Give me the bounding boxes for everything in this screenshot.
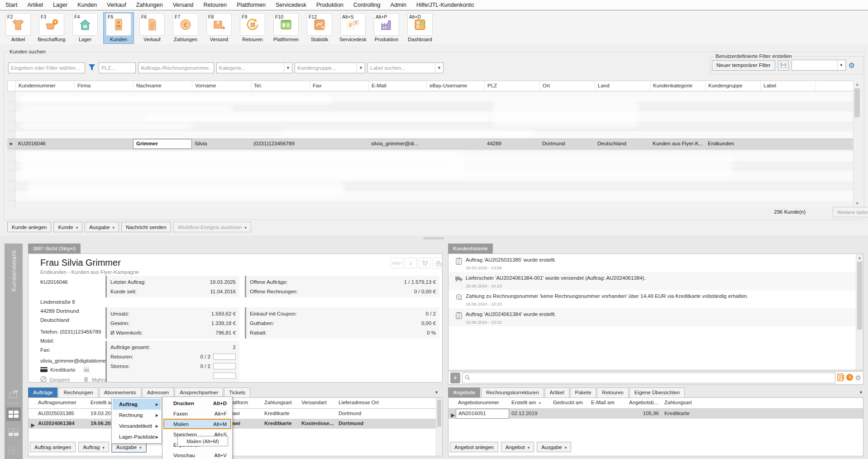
tab-retouren[interactable]: Retouren: [597, 387, 628, 397]
history-entry[interactable]: Lieferschein 'AU2024061384-001' wurde ve…: [448, 272, 863, 290]
ebay-icon[interactable]: ebay: [391, 258, 403, 268]
scroll-up-icon[interactable]: ▲: [854, 81, 861, 88]
scrollbar-thumb[interactable]: [857, 262, 862, 330]
angebot-anlegen-button[interactable]: Angebot anlegen: [450, 442, 498, 452]
tab-artikel[interactable]: Artikel: [545, 387, 569, 397]
kategorie-select[interactable]: Kategorie... ▼: [216, 62, 292, 73]
cell-zahlungsart[interactable]: Kreditkarte: [262, 419, 299, 429]
order-row-selected[interactable]: ▶ AU2024061384 19.06.20... Wawi Kreditka…: [29, 419, 442, 429]
offer-row-selected[interactable]: ▶ AN2016051 02.12.2019 105,96 Kreditkart…: [448, 409, 863, 419]
history-search-input[interactable]: [462, 373, 835, 383]
filter-funnel-icon[interactable]: [87, 64, 96, 72]
cell-vorname[interactable]: Silvia: [192, 139, 251, 149]
cell-zahlungsart[interactable]: Kreditkarte: [662, 409, 702, 419]
cell-auftragsnummer[interactable]: AU2025031385: [36, 409, 88, 419]
tab-pakete[interactable]: Pakete: [570, 387, 596, 397]
col-email-am[interactable]: E-Mail am: [589, 398, 627, 408]
splitter-handle[interactable]: [423, 237, 444, 239]
col-zahlungsart[interactable]: Zahlungsart: [662, 398, 702, 408]
tab-auftraege[interactable]: Aufträge: [28, 387, 57, 397]
col-ebay-username[interactable]: eBay-Username: [427, 81, 485, 91]
toolbar-lager-button[interactable]: F4 Lager: [70, 12, 100, 44]
menu-plattformen[interactable]: Plattformen: [237, 2, 266, 8]
plz-input[interactable]: [99, 62, 136, 73]
col-land[interactable]: Land: [595, 81, 650, 91]
cell-tel[interactable]: (0231)123456789: [251, 139, 310, 149]
col-kundenkategorie[interactable]: Kundenkategorie: [650, 81, 706, 91]
layout-grid-view-icon[interactable]: [6, 407, 21, 421]
history-scrollbar[interactable]: ▲: [856, 254, 863, 370]
menu-admin[interactable]: Admin: [391, 2, 406, 8]
col-vorname[interactable]: Vorname: [192, 81, 251, 91]
cell-kundennummer[interactable]: KU2016046: [15, 139, 74, 149]
detach-panel-icon[interactable]: [6, 387, 21, 401]
tab-rechnungen[interactable]: Rechnungen: [58, 387, 98, 397]
col-kundengruppe[interactable]: Kundengruppe: [706, 81, 761, 91]
menu-item-versandetikett[interactable]: Versandetikett▶: [113, 421, 161, 431]
menu-zahlungen[interactable]: Zahlungen: [136, 2, 163, 8]
toolbar-servicedesk-button[interactable]: Alt+S Servicedesk: [338, 12, 368, 44]
col-angebotsnummer[interactable]: Angebotsnummer: [456, 398, 509, 408]
submenu-item-mailen[interactable]: MailenAlt+M: [163, 419, 231, 429]
col-auftragsnummer[interactable]: Auftragsnummer: [36, 398, 88, 408]
cell-ort[interactable]: Dortmund: [336, 419, 409, 429]
col-zahlungsart[interactable]: Zahlungsart: [262, 398, 299, 408]
cell-kundenkategorie[interactable]: Kunden aus Flyer-K...: [650, 139, 705, 149]
saved-filter-select[interactable]: ▼: [792, 60, 846, 71]
add-entry-icon[interactable]: +: [450, 373, 460, 383]
layout-split-view-icon[interactable]: [6, 426, 21, 439]
kunde-anlegen-button[interactable]: Kunde anlegen: [7, 222, 51, 232]
nachricht-senden-button[interactable]: Nachricht senden: [121, 222, 171, 232]
history-entry[interactable]: Zahlung zu Rechnungsnummer 'keine Rechnu…: [448, 290, 863, 308]
cell-ort[interactable]: Dortmund: [336, 409, 409, 419]
kunde-dropdown-button[interactable]: Kunde: [53, 222, 82, 232]
toolbar-plattformen-button[interactable]: F10 Plattformen: [271, 12, 301, 44]
submenu-item-faxen[interactable]: FaxenAlt+F: [163, 408, 231, 419]
order-row[interactable]: AU2025031385 19.03.20... Wawi Kreditkart…: [29, 409, 442, 419]
toolbar-retouren-button[interactable]: F9 Retouren: [237, 12, 268, 44]
menu-lager[interactable]: Lager: [53, 2, 67, 8]
menu-hilfe[interactable]: Hilfe/JTL-Kundenkonto: [416, 2, 474, 8]
layout-empty-view-icon[interactable]: [6, 444, 21, 457]
col-lieferadresse-ort[interactable]: Lieferadresse Ort: [336, 398, 409, 408]
scroll-down-icon[interactable]: ▼: [854, 200, 861, 207]
toolbar-verkauf-button[interactable]: F6 Verkauf: [137, 12, 167, 44]
tab-ansprechpartner[interactable]: Ansprechpartner: [175, 387, 223, 397]
tab-kundenhistorie[interactable]: Kundenhistorie: [448, 244, 493, 253]
cell-label[interactable]: [760, 139, 816, 149]
cell-land[interactable]: Deutschland: [595, 139, 650, 149]
scroll-up-icon[interactable]: ▲: [856, 254, 863, 262]
menu-item-auftrag[interactable]: Auftrag▶: [113, 399, 161, 410]
main-filter-input[interactable]: [8, 62, 85, 73]
cell-email[interactable]: silvia_grimmer@di...: [368, 139, 426, 149]
customers-scrollbar[interactable]: ▲ ▼: [853, 81, 861, 207]
menu-versand[interactable]: Versand: [173, 2, 194, 8]
col-email[interactable]: E-Mail: [369, 81, 427, 91]
save-filter-icon[interactable]: [778, 60, 789, 71]
cell-kundengruppe[interactable]: Endkunden: [705, 139, 760, 149]
auftrag-anlegen-button[interactable]: Auftrag anlegen: [30, 442, 76, 452]
cell-angebotsnummer[interactable]: AN2016051: [456, 409, 509, 419]
cell-gedruckt[interactable]: [551, 409, 589, 419]
cash-register-icon[interactable]: [433, 258, 443, 268]
menu-verkauf[interactable]: Verkauf: [107, 2, 126, 8]
history-clock-icon[interactable]: [846, 373, 854, 382]
cell-erstellt[interactable]: 02.12.2019: [509, 409, 551, 419]
kundengruppe-select[interactable]: Kundengruppe... ▼: [295, 62, 365, 73]
col-fax[interactable]: Fax: [310, 81, 369, 91]
tab-adressen[interactable]: Adressen: [142, 387, 174, 397]
toolbar-beschaffung-button[interactable]: F3 Beschaffung: [36, 12, 67, 44]
amazon-icon[interactable]: a: [405, 258, 417, 268]
col-erstellt-am-sorted[interactable]: Erstellt am: [509, 398, 551, 408]
cell-fax[interactable]: [310, 139, 368, 149]
col-nachname[interactable]: Nachname: [134, 81, 192, 91]
col-versandart[interactable]: Versandart: [299, 398, 336, 408]
history-entry[interactable]: Auftrag 'AU2024061384' wurde erstellt.19…: [448, 308, 863, 326]
menu-start[interactable]: Start: [5, 2, 17, 8]
menu-retouren[interactable]: Retouren: [204, 2, 227, 8]
customer-row-selected[interactable]: ▶ KU2016046 Grimmer Silvia (0231)1234567…: [7, 139, 853, 149]
cell-betrag[interactable]: 105,96: [627, 409, 662, 419]
cell-email-am[interactable]: [589, 409, 627, 419]
col-ort[interactable]: Ort: [540, 81, 595, 91]
tab-angebote[interactable]: Angebote: [448, 387, 480, 397]
